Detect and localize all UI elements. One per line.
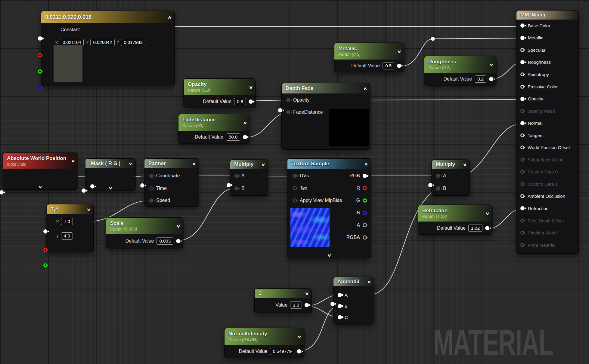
output-pin[interactable] bbox=[249, 99, 253, 104]
base-color-pin[interactable] bbox=[520, 23, 525, 28]
coordinate-input-pin[interactable] bbox=[149, 174, 153, 178]
wire-depthfade-opacity[interactable] bbox=[364, 99, 520, 100]
multiply-header[interactable]: Multiply ∨ bbox=[432, 160, 470, 169]
tex-input-pin[interactable] bbox=[293, 186, 297, 190]
mm-water-header[interactable]: MM_Water bbox=[516, 11, 578, 20]
a-output-pin[interactable] bbox=[363, 223, 367, 227]
chevron-down-icon[interactable]: ∨ bbox=[192, 161, 196, 166]
r-output-pin[interactable] bbox=[363, 186, 367, 190]
output-pin[interactable] bbox=[489, 77, 493, 81]
refraction-param-node[interactable]: Refraction Param (1.02) ∨ Default Value … bbox=[418, 205, 492, 234]
output-pin[interactable] bbox=[243, 135, 247, 139]
r-output-pin[interactable] bbox=[38, 53, 42, 57]
wire-append-multiplyB[interactable] bbox=[368, 189, 437, 295]
fadedistance-param-node[interactable]: FadeDistance Param (50) ∨ Default Value … bbox=[178, 114, 250, 143]
rgb-output-pin[interactable] bbox=[38, 36, 42, 41]
default-value-input[interactable]: 0.2 bbox=[475, 75, 486, 83]
chevron-down-icon[interactable]: ∨ bbox=[87, 207, 91, 212]
expand-preview-chevron-icon[interactable]: ∨ bbox=[38, 185, 42, 189]
append3-header[interactable]: Append3 ∨ bbox=[333, 277, 374, 286]
g-output-pin[interactable] bbox=[363, 198, 367, 203]
expand-preview-chevron-icon[interactable]: ∨ bbox=[108, 186, 113, 190]
multiply-header[interactable]: Multiply ∨ bbox=[230, 160, 268, 169]
constant-color-node[interactable]: 0.0211,0.026,0.018 ∧ Constant X 0.021104… bbox=[41, 11, 174, 86]
input-pin-a[interactable] bbox=[338, 293, 342, 297]
output-pin[interactable] bbox=[397, 64, 401, 68]
scale-header[interactable]: Scale Param (0.003) ∨ bbox=[106, 218, 183, 234]
one-header[interactable]: 1 ∨ bbox=[255, 289, 312, 298]
texture-sample-header[interactable]: Texture Sample ∧ bbox=[287, 159, 371, 169]
x-value-input[interactable]: 7.0 bbox=[61, 218, 73, 225]
depth-fade-header[interactable]: Depth Fade ∧ bbox=[282, 83, 370, 93]
default-value-input[interactable]: 0.8 bbox=[234, 98, 246, 105]
reroute-node[interactable] bbox=[431, 37, 435, 41]
input-pin-b[interactable] bbox=[436, 186, 440, 191]
default-value-input[interactable]: 0.5 bbox=[383, 62, 394, 69]
default-value-input[interactable]: 0.003 bbox=[157, 237, 173, 245]
output-pin[interactable] bbox=[140, 183, 144, 188]
refraction-header[interactable]: Refraction Param (1.02) ∨ bbox=[418, 205, 492, 222]
chevron-down-icon[interactable]: ∨ bbox=[261, 162, 265, 167]
uvs-input-pin[interactable] bbox=[293, 174, 297, 178]
chevron-down-icon[interactable]: ∨ bbox=[489, 62, 494, 67]
fadedistance-input-pin[interactable] bbox=[286, 110, 290, 114]
speed-input-pin[interactable] bbox=[149, 198, 153, 203]
chevron-down-icon[interactable]: ∨ bbox=[249, 85, 253, 89]
rgb-output-pin[interactable] bbox=[363, 174, 367, 178]
constant2-74-node[interactable]: 7,4 ∨ X 7.0 Y 4.0 bbox=[47, 204, 93, 252]
tangent-pin[interactable] bbox=[520, 133, 524, 137]
constant-color-header[interactable]: 0.0211,0.026,0.018 ∧ bbox=[41, 11, 174, 23]
output-pin[interactable] bbox=[176, 239, 180, 243]
y-value-input[interactable]: 0.026042 bbox=[90, 39, 115, 46]
normalintensity-header[interactable]: NormalIntensity Param (0.5498) ∨ bbox=[225, 328, 304, 345]
expand-preview-chevron-icon[interactable]: ∨ bbox=[327, 253, 331, 258]
normal-pin[interactable] bbox=[520, 121, 525, 125]
world-position-offset-pin[interactable] bbox=[520, 145, 524, 149]
output-pin[interactable] bbox=[278, 108, 282, 112]
panner-header[interactable]: Panner ∨ bbox=[144, 159, 199, 168]
default-value-input[interactable]: 50.0 bbox=[226, 133, 240, 141]
specular-pin[interactable] bbox=[520, 48, 524, 52]
r-output-pin[interactable] bbox=[43, 248, 48, 252]
input-pin-c[interactable] bbox=[338, 315, 342, 319]
b-output-pin[interactable] bbox=[38, 86, 42, 90]
normalintensity-param-node[interactable]: NormalIntensity Param (0.5498) ∨ Default… bbox=[225, 328, 304, 358]
absolute-world-position-node[interactable]: Absolute World Position Input Data ∨ ∨ bbox=[3, 153, 78, 189]
mm-water-result-node[interactable]: MM_Water Base Color Metallic Specular Ro… bbox=[516, 11, 578, 253]
output-pin[interactable] bbox=[227, 183, 231, 187]
metallic-pin[interactable] bbox=[520, 36, 525, 40]
chevron-down-icon[interactable]: ∨ bbox=[129, 161, 133, 166]
chevron-down-icon[interactable]: ∨ bbox=[176, 224, 181, 228]
depth-fade-node[interactable]: Depth Fade ∧ Opacity FadeDistance bbox=[282, 83, 370, 149]
anisotropy-pin[interactable] bbox=[520, 72, 524, 76]
g-output-pin[interactable] bbox=[38, 69, 42, 74]
awp-header[interactable]: Absolute World Position Input Data ∨ bbox=[3, 153, 78, 169]
mask-header[interactable]: Mask ( R G ) ∨ bbox=[85, 159, 135, 168]
roughness-param-node[interactable]: Roughness Param (0.2) ∨ Default Value 0.… bbox=[424, 56, 496, 85]
metallic-param-node[interactable]: Metallic Param (0.5) ∨ Default Value 0.5 bbox=[334, 43, 404, 72]
output-pin[interactable] bbox=[297, 349, 301, 353]
output-pin[interactable] bbox=[305, 303, 309, 307]
opacity-input-pin[interactable] bbox=[286, 98, 290, 102]
mask-rg-node[interactable]: Mask ( R G ) ∨ ∨ bbox=[85, 159, 135, 191]
chevron-down-icon[interactable]: ∨ bbox=[485, 211, 490, 216]
chevron-down-icon[interactable]: ∨ bbox=[243, 120, 247, 125]
roughness-pin[interactable] bbox=[520, 60, 525, 64]
chevron-down-icon[interactable]: ∨ bbox=[71, 159, 75, 163]
chevron-down-icon[interactable]: ∨ bbox=[463, 162, 467, 167]
output-pin[interactable] bbox=[485, 226, 489, 230]
material-graph-canvas[interactable]: MATERIAL 0.0211,0.026,0.018 ∧ Constant X bbox=[0, 0, 589, 364]
input-pin[interactable] bbox=[90, 184, 95, 188]
time-input-pin[interactable] bbox=[149, 186, 153, 191]
multiply-left-node[interactable]: Multiply ∨ A B bbox=[230, 160, 268, 195]
z-value-input[interactable]: 0.017983 bbox=[121, 39, 145, 46]
emissive-color-pin[interactable] bbox=[520, 85, 524, 89]
collapse-chevron-up-icon[interactable]: ∧ bbox=[168, 15, 172, 20]
chevron-down-icon[interactable]: ∨ bbox=[367, 280, 371, 284]
y-value-input[interactable]: 4.0 bbox=[61, 232, 73, 240]
default-value-input[interactable]: 0.549779 bbox=[270, 348, 294, 355]
g-output-pin[interactable] bbox=[43, 263, 48, 268]
output-pin[interactable] bbox=[428, 183, 432, 187]
output-pin[interactable] bbox=[330, 302, 335, 306]
default-value-input[interactable]: 1.02 bbox=[468, 225, 482, 232]
